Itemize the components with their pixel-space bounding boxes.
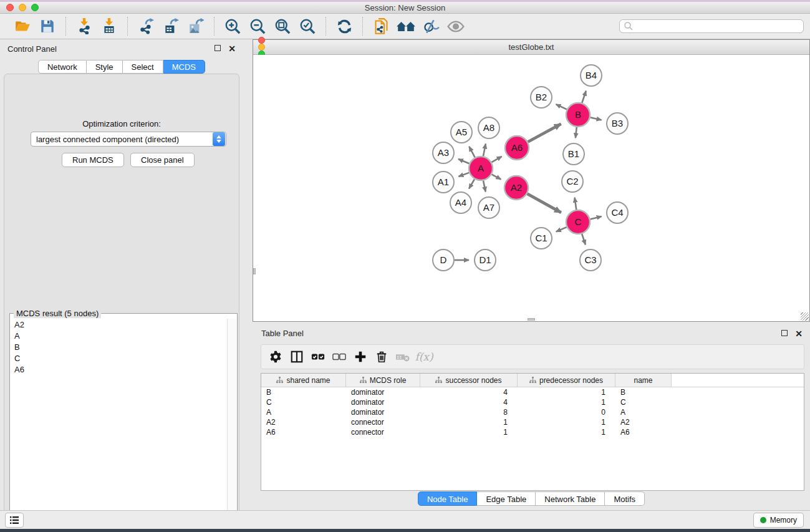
tab-node-table[interactable]: Node Table <box>418 491 478 506</box>
cell[interactable]: 0 <box>518 408 615 417</box>
criterion-dropdown[interactable]: largest connected component (directed) <box>31 132 226 147</box>
save-session-icon[interactable] <box>37 17 57 36</box>
table-row[interactable]: A2connector11A2 <box>261 417 804 427</box>
edge-B-B4[interactable] <box>582 91 586 103</box>
table-row[interactable]: A6connector11A6 <box>261 427 804 437</box>
open-session-icon[interactable] <box>12 17 32 36</box>
cell[interactable]: 4 <box>420 388 518 397</box>
cell[interactable]: A6 <box>261 428 346 437</box>
cell[interactable]: dominator <box>346 408 420 417</box>
column-header-MCDS-role[interactable]: MCDS role <box>346 374 420 387</box>
result-item[interactable]: A6 <box>11 364 228 375</box>
cell[interactable]: 1 <box>420 428 518 437</box>
edge-B-B3[interactable] <box>591 117 602 120</box>
table-row[interactable]: Adominator80A <box>261 407 804 417</box>
column-header-successor-nodes[interactable]: successor nodes <box>420 374 518 387</box>
hide-glasses-icon[interactable] <box>421 17 441 36</box>
search-field[interactable] <box>619 19 804 33</box>
edge-A-A3[interactable] <box>458 159 470 163</box>
cell[interactable]: A6 <box>615 428 672 437</box>
cell[interactable]: B <box>615 388 672 397</box>
search-input[interactable] <box>634 21 803 32</box>
import-network-icon[interactable] <box>74 17 94 36</box>
edge-A-A2[interactable] <box>492 175 501 180</box>
select-all-icon[interactable] <box>309 348 327 365</box>
cell[interactable]: 1 <box>518 428 615 437</box>
node-B4[interactable]: B4 <box>581 65 602 86</box>
column-header-shared-name[interactable]: shared name <box>261 374 346 387</box>
cell[interactable]: 1 <box>518 418 615 427</box>
network-canvas[interactable]: AA1A2A3A4A5A6A7A8BB1B2B3B4CC1C2C3C4DD1 <box>253 55 809 321</box>
edge-A-A6[interactable] <box>491 157 501 162</box>
tab-edge-table[interactable]: Edge Table <box>477 491 536 506</box>
close-table-panel-icon[interactable]: ✕ <box>795 330 803 337</box>
export-image-icon[interactable] <box>186 17 206 36</box>
edge-A-A8[interactable] <box>483 144 486 157</box>
cell[interactable]: 4 <box>420 398 518 407</box>
network-file-icon[interactable] <box>371 17 391 36</box>
edge-A-A5[interactable] <box>469 147 475 158</box>
cell[interactable]: connector <box>346 418 420 427</box>
cell[interactable]: 1 <box>420 418 518 427</box>
edge-A-A1[interactable] <box>458 173 469 177</box>
cell[interactable]: C <box>615 398 672 407</box>
cell[interactable]: A <box>261 408 346 417</box>
column-header-name[interactable]: name <box>615 374 672 387</box>
tab-select[interactable]: Select <box>123 60 163 74</box>
result-scrollbar[interactable] <box>227 319 236 527</box>
result-item[interactable]: C <box>11 352 228 364</box>
table-row[interactable]: Cdominator41C <box>261 397 804 407</box>
cell[interactable]: 1 <box>518 388 615 397</box>
column-header-predecessor-nodes[interactable]: predecessor nodes <box>518 374 615 387</box>
node-C3[interactable]: C3 <box>580 249 601 271</box>
cell[interactable]: dominator <box>346 388 420 397</box>
cell[interactable]: C <box>261 398 346 407</box>
home-icon[interactable] <box>396 17 416 36</box>
node-A4[interactable]: A4 <box>450 192 471 213</box>
cell[interactable]: A2 <box>261 418 346 427</box>
edge-C-C3[interactable] <box>582 234 586 244</box>
edge-B-B2[interactable] <box>556 104 567 109</box>
float-panel-icon[interactable] <box>215 45 221 52</box>
zoom-selected-icon[interactable] <box>297 17 317 36</box>
delete-column-icon[interactable] <box>372 348 391 365</box>
result-item[interactable]: A2 <box>11 319 228 330</box>
close-panel-button[interactable]: Close panel <box>130 153 195 167</box>
node-A5[interactable]: A5 <box>451 122 472 143</box>
cell[interactable]: connector <box>346 428 420 437</box>
edge-C-C1[interactable] <box>556 227 567 231</box>
tab-motifs[interactable]: Motifs <box>605 491 645 506</box>
edge-A-A7[interactable] <box>483 181 486 192</box>
close-panel-icon[interactable]: ✕ <box>228 45 236 52</box>
node-B3[interactable]: B3 <box>607 113 628 134</box>
tab-network-table[interactable]: Network Table <box>536 491 605 506</box>
node-B1[interactable]: B1 <box>563 143 584 165</box>
node-B2[interactable]: B2 <box>531 87 552 108</box>
resize-grip-icon[interactable] <box>801 312 809 321</box>
edge-C-C2[interactable] <box>575 198 577 210</box>
node-B[interactable]: B <box>566 103 590 127</box>
node-C2[interactable]: C2 <box>562 171 583 192</box>
refresh-layout-icon[interactable] <box>334 17 354 36</box>
horizontal-scroll-thumb[interactable] <box>528 318 535 321</box>
export-network-icon[interactable] <box>136 17 156 36</box>
node-C1[interactable]: C1 <box>531 228 552 249</box>
float-table-panel-icon[interactable] <box>781 330 788 337</box>
memory-button[interactable]: Memory <box>753 513 804 528</box>
node-A3[interactable]: A3 <box>433 142 454 163</box>
node-D1[interactable]: D1 <box>475 249 496 271</box>
task-history-button[interactable] <box>5 513 24 528</box>
edge-C-C4[interactable] <box>591 216 602 219</box>
node-A1[interactable]: A1 <box>433 172 454 193</box>
zoom-out-icon[interactable] <box>248 17 268 36</box>
node-A6[interactable]: A6 <box>505 136 529 160</box>
edge-A2-C[interactable] <box>528 194 561 213</box>
edge-A-A4[interactable] <box>469 179 475 188</box>
eye-icon[interactable] <box>446 17 466 36</box>
tab-style[interactable]: Style <box>87 60 123 74</box>
vertical-scroll-thumb[interactable] <box>253 268 256 274</box>
cell[interactable]: 8 <box>420 408 518 417</box>
cell[interactable]: 1 <box>518 398 615 407</box>
tab-network[interactable]: Network <box>38 60 87 74</box>
node-D[interactable]: D <box>433 249 454 271</box>
